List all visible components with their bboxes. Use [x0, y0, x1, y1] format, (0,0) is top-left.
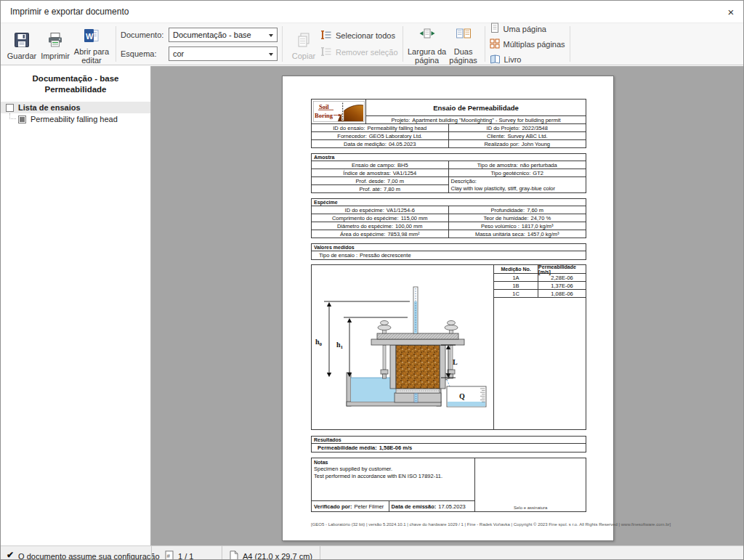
notes-text: Specimen supplied by customer. Test perf…: [312, 466, 474, 500]
document-page[interactable]: Soil Boring Ensaio de Permeabilidade: [282, 76, 614, 541]
length-label: L: [453, 358, 458, 366]
document-label: Documento:: [121, 31, 169, 39]
permeability-col-header: Permeabilidade [m/s]: [538, 265, 586, 273]
checkbox-permeability-falling-head[interactable]: [18, 115, 26, 123]
book-button[interactable]: Livro: [490, 54, 565, 65]
mean-permeability: Permeabilidade média:1,58E-06 m/s: [312, 444, 586, 452]
multiple-pages-button[interactable]: Múltiplas páginas: [490, 38, 565, 50]
svg-text:Soil: Soil: [319, 103, 329, 110]
sidebar: Documentação - base Permeabilidade Lista…: [1, 66, 151, 545]
page-width-label: Largura da página: [408, 47, 447, 65]
tree-child-label: Permeability falling head: [31, 115, 118, 123]
flow-label: Q: [459, 392, 465, 400]
svg-text:#: #: [167, 553, 171, 559]
verified-by: Verificado por:Peter Filmer: [312, 501, 389, 511]
measured-values-title: Valores medidos: [312, 244, 586, 251]
report-footer: [GEO5 - Laboratório (32 bit) | versão 5.…: [311, 522, 586, 527]
remove-selection-button[interactable]: Remover seleção: [320, 46, 398, 59]
company-logo: Soil Boring: [312, 100, 366, 123]
tree-item-permeability-falling-head[interactable]: Permeability falling head: [1, 113, 150, 125]
remove-selection-icon: [320, 46, 332, 59]
table-row: 1A 2,28E-06: [494, 274, 586, 282]
falling-head-diagram: h0 h1 L: [312, 265, 493, 429]
one-page-label: Uma página: [504, 25, 546, 33]
scheme-label: Esquema:: [121, 49, 169, 58]
chevron-down-icon: [269, 34, 273, 37]
preview-area: Soil Boring Ensaio de Permeabilidade: [151, 66, 743, 545]
report-title: Ensaio de Permeabilidade: [366, 100, 586, 115]
report-header-table: Soil Boring Ensaio de Permeabilidade: [311, 99, 586, 148]
table-row: 1B 1,37E-06: [494, 282, 586, 290]
book-icon: [490, 54, 501, 65]
test-type-row: Tipo de ensaio :Pressão decrescente: [312, 251, 586, 259]
check-icon: ✔: [7, 550, 14, 559]
tree-item-lista-de-ensaios[interactable]: Lista de ensaios: [1, 102, 150, 113]
standpipe: [413, 287, 418, 333]
close-icon: ×: [728, 6, 735, 18]
tree-root-label: Lista de ensaios: [18, 103, 81, 112]
specimen-section-title: Espécime: [312, 199, 586, 206]
select-all-button[interactable]: Selecionar todos: [320, 29, 398, 42]
open-for-edit-label: Abrir para editar: [72, 47, 111, 65]
measurement-col-header: Medição No.: [494, 265, 538, 273]
sidebar-document-title: Documentação - base: [1, 73, 150, 84]
save-icon: [13, 31, 31, 50]
svg-text:W: W: [86, 32, 94, 41]
checkbox-lista-de-ensaios[interactable]: [6, 104, 14, 112]
h1-label: h1: [336, 341, 344, 350]
sidebar-document-subtitle: Permeabilidade: [1, 84, 150, 95]
tree-connector: [9, 113, 16, 119]
chevron-down-icon: [269, 53, 273, 56]
collection-beaker: Q: [447, 386, 486, 407]
header-info-row: Fornecedor:GEO5 Laboratory Ltd. Cliente:…: [312, 131, 586, 139]
test-list-tree: Lista de ensaios Permeability falling he…: [1, 102, 150, 125]
document-select[interactable]: Documentação - base: [169, 28, 278, 42]
issue-date: Data de emissão:17.05.2023: [389, 501, 466, 511]
h0-label: h0: [315, 338, 323, 347]
window-title: Imprimir e exportar documento: [10, 7, 129, 17]
one-page-icon: [490, 23, 500, 35]
titlebar: Imprimir e exportar documento ×: [1, 1, 743, 23]
sample-description: Descrição: Clay with low plasticity, sti…: [449, 176, 586, 192]
measurements-table: Medição No. Permeabilidade [m/s] 1A 2,28…: [493, 265, 586, 429]
soil-specimen: [396, 345, 440, 389]
word-icon: W: [83, 27, 100, 46]
sample-section-title: Amostra: [312, 154, 586, 161]
copy-label: Copiar: [292, 52, 315, 60]
soil-boring-logo-icon: Soil Boring: [313, 101, 365, 122]
paper-size-icon: [230, 551, 238, 559]
scheme-select[interactable]: cor: [169, 46, 278, 61]
falling-head-apparatus-drawing: h0 h1 L: [312, 265, 493, 429]
toolbar: Guardar Imprimir W Abrir para editar Doc…: [1, 23, 743, 65]
top-plate: [377, 333, 458, 339]
header-info-row: Data de medição:04.05.2023 Realizado por…: [312, 139, 586, 147]
two-pages-icon: [455, 27, 472, 46]
book-label: Livro: [504, 55, 522, 64]
measured-values-section: Valores medidos Tipo de ensaio :Pressão …: [311, 243, 586, 260]
save-button[interactable]: Guardar: [5, 28, 39, 60]
page-number-icon: #: [165, 551, 174, 559]
page-width-icon: [418, 27, 436, 46]
scheme-select-value: cor: [173, 49, 184, 58]
seal-caption: Selo e assinatura: [475, 506, 586, 510]
open-for-edit-button[interactable]: W Abrir para editar: [72, 23, 111, 65]
copy-button[interactable]: Copiar: [287, 28, 320, 60]
document-select-value: Documentação - base: [173, 31, 251, 39]
specimen-section: Espécime ID do espécime:VA1/1254-6 Compr…: [311, 198, 586, 238]
statusbar-config-note: ✔ O documento assume sua configuração: [1, 546, 151, 559]
page-width-button[interactable]: Largura da página: [408, 23, 447, 65]
project-line: Projeto: Apartment building "Moonlightin…: [366, 115, 586, 123]
diagram-panel: h0 h1 L: [311, 264, 586, 430]
two-pages-label: Duas páginas: [447, 47, 480, 65]
print-button[interactable]: Imprimir: [39, 28, 72, 60]
close-button[interactable]: ×: [719, 1, 743, 23]
print-icon: [46, 31, 64, 50]
notes-section: Notas Specimen supplied by customer. Tes…: [311, 458, 586, 512]
two-pages-button[interactable]: Duas páginas: [447, 23, 480, 65]
multiple-pages-icon: [490, 38, 500, 50]
one-page-button[interactable]: Uma página: [490, 23, 565, 35]
seal-area: Selo e assinatura: [474, 458, 586, 511]
statusbar-page-indicator: # 1 / 1: [152, 546, 222, 559]
statusbar: ✔ O documento assume sua configuração # …: [1, 545, 743, 559]
results-title: Resultados: [312, 437, 586, 444]
